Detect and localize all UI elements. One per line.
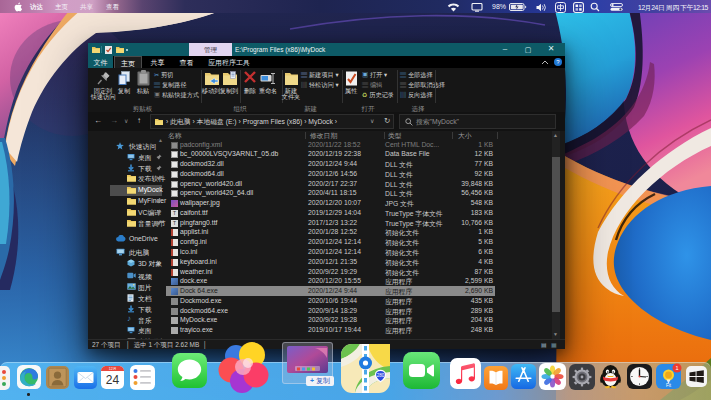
svg-text:280: 280	[377, 373, 385, 378]
svg-text:1: 1	[675, 365, 678, 371]
svg-text:12月: 12月	[109, 367, 117, 371]
svg-text:Fit: Fit	[666, 383, 672, 388]
svg-text:24: 24	[106, 373, 120, 387]
